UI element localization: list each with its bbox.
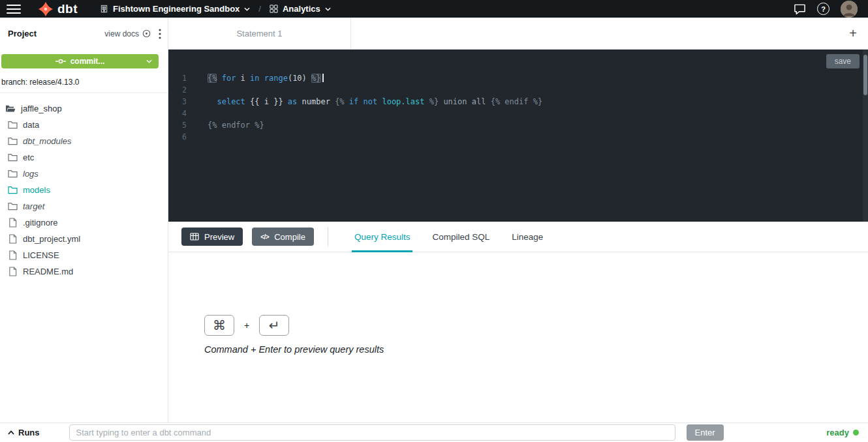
toolbar-divider <box>328 227 328 246</box>
tree-item-logs[interactable]: logs <box>0 166 168 182</box>
chevron-down-icon <box>244 7 250 11</box>
tree-item-label: models <box>23 185 50 195</box>
code-line-4[interactable]: 4 <box>168 108 868 119</box>
top-navigation-bar: dbt Fishtown Engineering Sandbox / Analy… <box>0 0 868 18</box>
enter-button[interactable]: Enter <box>687 424 724 441</box>
folder-icon <box>7 153 18 162</box>
code-line-1[interactable]: 1{% for i in range(10) %} <box>168 72 868 84</box>
code-editor[interactable]: save 1{% for i in range(10) %}23 select … <box>168 50 868 222</box>
tab-label: Statement 1 <box>236 29 282 38</box>
dbt-logo-text: dbt <box>57 2 78 16</box>
line-number: 5 <box>168 119 197 131</box>
line-number: 6 <box>168 131 197 143</box>
chat-icon[interactable] <box>794 3 806 15</box>
code-line-6[interactable]: 6 <box>168 131 868 143</box>
results-tabs: Query ResultsCompiled SQLLineage <box>354 222 543 252</box>
command-key-icon: ⌘ <box>204 315 234 336</box>
tree-item-dbt-project-yml[interactable]: dbt_project.yml <box>0 231 168 247</box>
line-number: 4 <box>168 108 197 119</box>
dbt-logo[interactable]: dbt <box>38 1 78 17</box>
runs-drawer-toggle[interactable]: Runs <box>8 428 40 437</box>
tree-item-label: logs <box>23 169 39 179</box>
folder-icon <box>7 186 18 194</box>
tree-item-etc[interactable]: etc <box>0 149 168 166</box>
query-results-panel: ⌘ + ↵ Command + Enter to preview query r… <box>168 252 868 422</box>
table-grid-icon <box>190 233 199 241</box>
file-icon <box>7 250 18 260</box>
status-dot-icon <box>853 430 859 435</box>
tree-item-data[interactable]: data <box>0 117 168 133</box>
view-docs-link[interactable]: view docs <box>104 29 151 38</box>
code-text <box>197 84 208 96</box>
git-commit-icon <box>55 58 66 65</box>
tree-item-label: .gitignore <box>23 218 57 228</box>
sidebar-header: Project view docs <box>0 18 168 50</box>
compile-button-label: Compile <box>274 232 305 242</box>
editor-tab-bar: Statement 1 + <box>168 18 868 50</box>
folder-open-icon <box>5 104 16 113</box>
editor-scrollbar-thumb[interactable] <box>863 55 867 95</box>
hamburger-menu-icon[interactable] <box>7 5 21 14</box>
tree-item-gitignore[interactable]: .gitignore <box>0 214 168 231</box>
tree-item-target[interactable]: target <box>0 198 168 214</box>
ready-label: ready <box>826 428 849 437</box>
command-glyph: ⌘ <box>213 317 226 333</box>
shortcut-keys: ⌘ + ↵ <box>204 315 289 336</box>
help-icon[interactable]: ? <box>817 3 829 15</box>
user-avatar[interactable] <box>841 1 858 18</box>
tree-item-label: target <box>23 201 44 211</box>
line-number: 1 <box>168 72 197 84</box>
plus-icon: + <box>849 26 857 41</box>
view-docs-label: view docs <box>104 29 139 38</box>
results-tab-compiled-sql[interactable]: Compiled SQL <box>432 222 489 252</box>
code-text <box>197 108 208 119</box>
tree-item-label: etc <box>23 153 34 162</box>
commit-button[interactable]: commit... <box>1 54 159 68</box>
code-text <box>197 131 208 143</box>
enter-glyph: ↵ <box>269 317 280 333</box>
ide-status: ready <box>826 428 859 437</box>
results-toolbar: Preview </> Compile Query ResultsCompile… <box>168 222 868 252</box>
tree-item-jaffle-shop[interactable]: jaffle_shop <box>0 100 168 117</box>
project-sidebar: Project view docs <box>0 18 168 422</box>
account-switcher[interactable]: Fishtown Engineering Sandbox <box>100 4 250 14</box>
tree-item-license[interactable]: LICENSE <box>0 247 168 263</box>
folder-icon <box>7 169 18 178</box>
account-name: Fishtown Engineering Sandbox <box>113 4 240 14</box>
file-icon <box>7 234 18 244</box>
code-line-2[interactable]: 2 <box>168 84 868 96</box>
line-number: 3 <box>168 96 197 108</box>
folder-icon <box>7 137 18 145</box>
tree-item-label: data <box>23 120 39 130</box>
file-tree: jaffle_shopdatadbt_modulesetclogsmodelst… <box>0 93 168 280</box>
compile-button[interactable]: </> Compile <box>252 228 314 246</box>
sidebar-title: Project <box>8 29 37 38</box>
enter-key-icon: ↵ <box>259 315 289 336</box>
code-line-3[interactable]: 3 select {{ i }} as number {% if not loo… <box>168 96 868 108</box>
code-line-5[interactable]: 5{% endfor %} <box>168 119 868 131</box>
folder-icon <box>7 202 18 211</box>
commit-button-label: commit... <box>70 57 105 66</box>
results-tab-lineage[interactable]: Lineage <box>512 222 543 252</box>
tree-item-models[interactable]: models <box>0 182 168 198</box>
tree-item-dbt-modules[interactable]: dbt_modules <box>0 133 168 149</box>
dbt-command-input[interactable] <box>69 424 675 441</box>
tree-item-readme-md[interactable]: README.md <box>0 263 168 280</box>
kebab-menu-icon[interactable] <box>159 29 161 39</box>
editor-scrollbar[interactable] <box>863 50 868 222</box>
project-name: Analytics <box>283 4 320 14</box>
plus-label: + <box>244 320 249 331</box>
code-area[interactable]: 1{% for i in range(10) %}23 select {{ i … <box>168 50 868 143</box>
view-docs-icon <box>142 29 151 38</box>
code-text: select {{ i }} as number {% if not loop.… <box>197 96 542 108</box>
add-tab-button[interactable]: + <box>838 18 868 49</box>
tree-item-label: jaffle_shop <box>21 104 62 113</box>
results-tab-query-results[interactable]: Query Results <box>354 222 411 252</box>
line-number: 2 <box>168 84 197 96</box>
save-button[interactable]: save <box>826 54 860 68</box>
project-switcher[interactable]: Analytics <box>270 4 331 14</box>
tree-item-label: dbt_modules <box>23 136 71 146</box>
preview-button[interactable]: Preview <box>181 228 243 246</box>
code-text: {% for i in range(10) %} <box>197 72 324 84</box>
tab-statement-1[interactable]: Statement 1 <box>168 18 351 49</box>
